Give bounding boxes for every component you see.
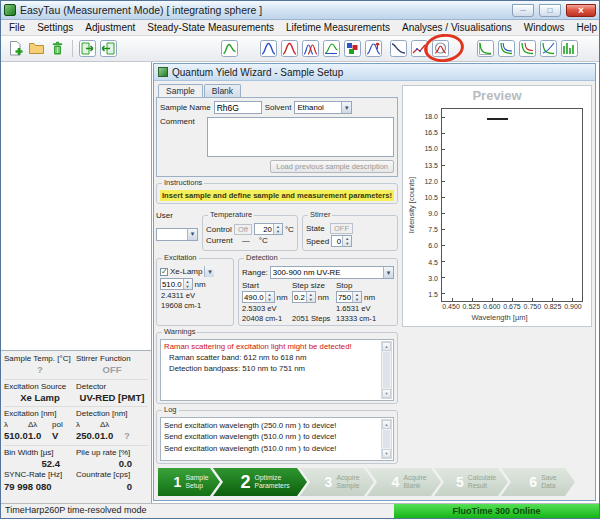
menu-item-file[interactable]: File xyxy=(3,21,31,34)
load-previous-sample-button[interactable]: Load previous sample description xyxy=(270,160,394,173)
tres-scan-icon[interactable] xyxy=(517,39,537,59)
anisotropy-spectrum-icon[interactable] xyxy=(321,39,341,59)
sample-name-input[interactable] xyxy=(214,101,262,114)
menu-item-windows[interactable]: Windows xyxy=(518,21,571,34)
menu-item-settings[interactable]: Settings xyxy=(31,21,79,34)
detection-group: Detection Range: 300-900 nm UV-RE xyxy=(238,258,398,326)
burst-analysis-icon[interactable] xyxy=(559,39,579,59)
import-data-icon[interactable] xyxy=(98,39,118,59)
time-resolved-emission-icon[interactable] xyxy=(496,39,516,59)
minimize-button[interactable] xyxy=(512,4,534,17)
scroll-down-icon[interactable] xyxy=(382,389,391,398)
wizard-step-3[interactable]: 3AcquireSample xyxy=(300,468,374,496)
wizard-step-6[interactable]: 6SaveData xyxy=(501,468,575,496)
x-axis-tick-label: 0.525 xyxy=(463,303,481,310)
spinner-arrows-icon[interactable] xyxy=(306,292,315,302)
menu-bar: FileSettingsAdjustmentSteady-State Measu… xyxy=(1,20,599,36)
detection-stop-spinner[interactable]: 750 xyxy=(336,291,362,303)
menu-item-help[interactable]: Help xyxy=(570,21,600,34)
warnings-list: Raman scattering of excitation light mig… xyxy=(160,339,394,401)
synchronous-scan-icon[interactable] xyxy=(300,39,320,59)
scroll-thumb[interactable] xyxy=(383,352,390,388)
wizard-step-2[interactable]: 2OptimizeParameters xyxy=(213,468,307,496)
delete-measurement-icon[interactable] xyxy=(47,39,67,59)
warnings-scrollbar[interactable] xyxy=(381,341,392,399)
wizard-step-4[interactable]: 4AcquireBlank xyxy=(367,468,441,496)
comment-textarea[interactable] xyxy=(207,117,394,157)
spinner-arrows-icon[interactable] xyxy=(273,224,282,234)
wizard-step-1[interactable]: 1SampleSetup xyxy=(158,468,220,496)
user-block: User xyxy=(156,211,198,251)
maximize-button[interactable] xyxy=(539,4,561,17)
open-file-icon[interactable] xyxy=(26,39,46,59)
wizard-step-label: AcquireSample xyxy=(336,474,359,490)
scroll-up-icon[interactable] xyxy=(382,420,391,429)
temperature-control-toggle[interactable]: Off xyxy=(234,224,252,235)
spinner-arrows-icon[interactable] xyxy=(265,292,274,302)
new-measurement-icon[interactable] xyxy=(5,39,25,59)
temperature-unit-label: °C xyxy=(259,236,268,245)
stirrer-speed-spinner[interactable]: 0 xyxy=(331,235,352,247)
excitation-ev-value: 2.4311 eV xyxy=(161,291,230,300)
sample-temp-value: ? xyxy=(4,364,76,376)
absorption-measurement-icon[interactable] xyxy=(388,39,408,59)
excitation-wavelength-spinner[interactable]: 510.0 xyxy=(160,278,193,290)
user-combo[interactable] xyxy=(156,228,198,241)
stirrer-state-toggle[interactable]: OFF xyxy=(330,223,353,234)
scroll-down-icon[interactable] xyxy=(382,449,391,458)
temperature-scan-icon[interactable] xyxy=(363,39,383,59)
xe-lamp-checkbox[interactable] xyxy=(160,268,168,276)
scroll-up-icon[interactable] xyxy=(382,342,391,351)
dialog-title: Quantum Yield Wizard - Sample Setup xyxy=(172,67,343,78)
y-axis-tick-label: 16.5 xyxy=(424,129,438,136)
spinner-arrows-icon[interactable] xyxy=(352,292,361,302)
chevron-down-icon[interactable] xyxy=(383,267,393,278)
nm-unit-label: nm xyxy=(277,293,288,302)
stop-label: Stop xyxy=(336,281,394,290)
detection-step-spinner[interactable]: 0.2 xyxy=(292,291,316,303)
dialog-title-bar[interactable]: Quantum Yield Wizard - Sample Setup xyxy=(154,64,595,81)
close-button[interactable] xyxy=(566,4,596,17)
acquired-preview-trace xyxy=(487,118,508,120)
menu-item-lifetime-measurements[interactable]: Lifetime Measurements xyxy=(280,21,396,34)
power-scan-icon[interactable] xyxy=(409,39,429,59)
decay-measurement-icon[interactable] xyxy=(475,39,495,59)
spinner-arrows-icon[interactable] xyxy=(342,236,351,246)
preview-title: Preview xyxy=(405,88,589,104)
tab-sample[interactable]: Sample xyxy=(158,84,203,97)
log-line: Send excitation wavelength (510.0 nm ) t… xyxy=(164,443,379,454)
emission-spectrum-icon[interactable] xyxy=(258,39,278,59)
wizard-step-5[interactable]: 5CalculateResult xyxy=(434,468,508,496)
warning-detail-line: Detection bandpass: 510 nm to 751 nm xyxy=(164,364,379,375)
quantum-yield-wizard-icon[interactable] xyxy=(430,39,450,59)
anisotropy-decay-icon[interactable] xyxy=(538,39,558,59)
chevron-down-icon[interactable] xyxy=(187,229,197,240)
detection-start-spinner[interactable]: 490.0 xyxy=(242,291,275,303)
warnings-group: Warnings Raman scattering of excitation … xyxy=(156,332,398,404)
excitation-emission-map-icon[interactable] xyxy=(342,39,362,59)
title-bar[interactable]: EasyTau (Measurement Mode) [ integrating… xyxy=(1,1,599,20)
temperature-setpoint-spinner[interactable]: 20 xyxy=(254,223,283,235)
solvent-label: Solvent xyxy=(265,103,292,112)
status-bar: TimeHarp260P time-resolved mode FluoTime… xyxy=(1,503,599,518)
chevron-down-icon[interactable] xyxy=(204,266,214,277)
y-axis-tick-label: 15.0 xyxy=(424,145,438,152)
excitation-spectrum-icon[interactable] xyxy=(279,39,299,59)
chevron-down-icon[interactable] xyxy=(341,102,351,113)
menu-item-analyses-visualisations[interactable]: Analyses / Visualisations xyxy=(396,21,518,34)
scroll-thumb[interactable] xyxy=(383,430,390,448)
menu-item-adjustment[interactable]: Adjustment xyxy=(79,21,141,34)
x-axis-title: Wavelength [µm] xyxy=(416,313,583,324)
detection-range-combo[interactable]: 300-900 nm UV-RE xyxy=(270,266,394,279)
menu-item-steady-state-measurements[interactable]: Steady-State Measurements xyxy=(141,21,280,34)
tab-blank[interactable]: Blank xyxy=(204,84,241,97)
solvent-combo[interactable]: Ethanol xyxy=(294,101,352,114)
range-label: Range: xyxy=(242,268,268,277)
kinetics-measurement-icon[interactable] xyxy=(219,39,239,59)
spinner-arrows-icon[interactable] xyxy=(183,279,192,289)
y-axis-tick-label: 13.5 xyxy=(424,161,438,168)
log-line: Send excitation wavelength (250.0 nm ) t… xyxy=(164,420,379,431)
stirrer-speed-value: 0 xyxy=(332,236,342,246)
log-scrollbar[interactable] xyxy=(381,419,392,459)
export-data-icon[interactable] xyxy=(77,39,97,59)
